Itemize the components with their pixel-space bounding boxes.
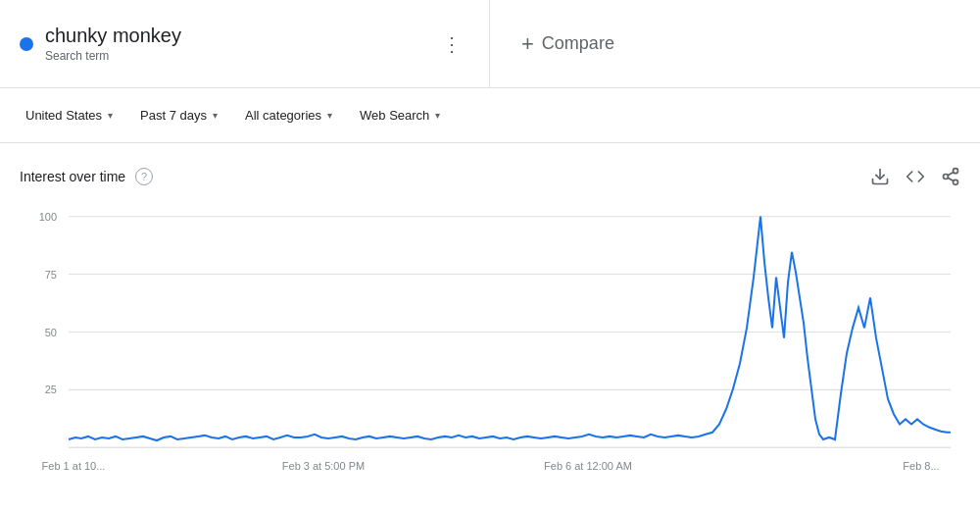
chart-container: 100 75 50 25 Feb 1 at 10... Feb 3 at 5:0… bbox=[20, 196, 960, 500]
y-label-75: 75 bbox=[45, 269, 57, 281]
series-color-dot bbox=[20, 37, 33, 51]
svg-line-4 bbox=[948, 178, 954, 180]
more-options-icon: ⋮ bbox=[442, 32, 462, 56]
search-term-title: chunky monkey bbox=[45, 25, 434, 47]
share-icon[interactable] bbox=[941, 167, 960, 186]
x-label-feb3: Feb 3 at 5:00 PM bbox=[282, 460, 365, 472]
plus-icon: + bbox=[521, 31, 534, 57]
term-info: chunky monkey Search term bbox=[45, 25, 434, 63]
help-icon[interactable]: ? bbox=[135, 168, 153, 185]
y-label-100: 100 bbox=[39, 211, 57, 223]
chart-title: Interest over time bbox=[20, 169, 125, 184]
search-type-filter[interactable]: Web Search ▾ bbox=[350, 102, 450, 128]
search-type-label: Web Search bbox=[360, 108, 429, 123]
y-label-25: 25 bbox=[45, 384, 57, 395]
svg-line-5 bbox=[948, 172, 954, 175]
chart-header: Interest over time ? bbox=[20, 167, 960, 186]
x-label-feb6: Feb 6 at 12:00 AM bbox=[544, 460, 632, 472]
x-label-feb1: Feb 1 at 10... bbox=[42, 460, 106, 472]
chevron-down-icon: ▾ bbox=[213, 110, 218, 121]
search-term-subtitle: Search term bbox=[45, 49, 434, 63]
category-label: All categories bbox=[245, 108, 321, 123]
location-label: United States bbox=[25, 108, 102, 123]
y-label-50: 50 bbox=[45, 326, 57, 337]
chevron-down-icon: ▾ bbox=[435, 110, 440, 121]
download-icon[interactable] bbox=[870, 167, 890, 186]
chart-actions bbox=[870, 167, 960, 186]
chart-line bbox=[69, 217, 951, 440]
x-label-feb8: Feb 8... bbox=[903, 460, 939, 472]
time-range-label: Past 7 days bbox=[140, 108, 207, 123]
chart-section: Interest over time ? bbox=[0, 151, 980, 500]
compare-button[interactable]: + Compare bbox=[514, 24, 622, 65]
compare-section: + Compare bbox=[490, 0, 980, 87]
search-term-section: chunky monkey Search term ⋮ bbox=[0, 0, 490, 87]
chevron-down-icon: ▾ bbox=[108, 110, 113, 121]
more-options-button[interactable]: ⋮ bbox=[434, 25, 469, 64]
filter-bar: United States ▾ Past 7 days ▾ All catego… bbox=[0, 88, 980, 143]
chevron-down-icon: ▾ bbox=[327, 110, 332, 121]
category-filter[interactable]: All categories ▾ bbox=[235, 102, 342, 128]
compare-label: Compare bbox=[542, 33, 614, 54]
embed-icon[interactable] bbox=[906, 167, 925, 186]
chart-svg: 100 75 50 25 Feb 1 at 10... Feb 3 at 5:0… bbox=[20, 196, 960, 500]
location-filter[interactable]: United States ▾ bbox=[16, 102, 122, 128]
chart-title-area: Interest over time ? bbox=[20, 168, 153, 185]
header: chunky monkey Search term ⋮ + Compare bbox=[0, 0, 980, 88]
time-range-filter[interactable]: Past 7 days ▾ bbox=[130, 102, 227, 128]
